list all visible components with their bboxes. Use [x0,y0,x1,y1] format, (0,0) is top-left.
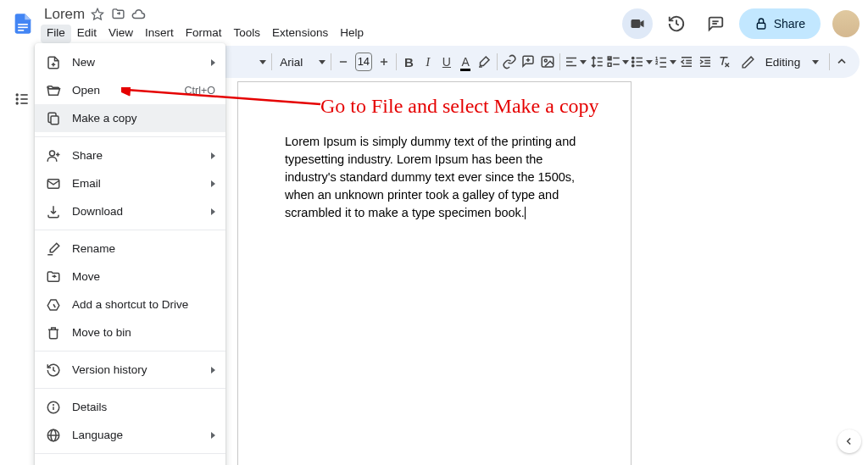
menu-item-label: Email [72,177,201,190]
image-button[interactable] [538,50,556,74]
document-body[interactable]: Lorem Ipsum is simply dummy text of the … [285,133,584,222]
menu-edit[interactable]: Edit [71,25,103,43]
menu-item-label: Make a copy [72,112,215,125]
file-menu-page-setup[interactable]: Page setup [35,458,225,465]
copy-icon [45,110,62,127]
menu-view[interactable]: View [103,25,139,43]
file-menu-make-a-copy[interactable]: Make a copy [35,104,225,132]
move-folder-icon [45,268,62,285]
checklist-button[interactable] [606,50,629,74]
menu-extensions[interactable]: Extensions [266,25,334,43]
align-button[interactable] [564,50,587,74]
file-menu-email[interactable]: Email [35,169,225,197]
menu-file[interactable]: File [41,25,71,43]
submenu-arrow-icon [211,367,215,374]
svg-point-65 [53,404,54,405]
comment-button[interactable] [520,50,537,74]
svg-rect-2 [18,30,24,31]
menu-item-label: Open [72,84,175,97]
bulleted-list-button[interactable] [630,50,653,74]
font-size-increase[interactable] [375,50,392,74]
file-menu-language[interactable]: Language [35,421,225,449]
clear-formatting-button[interactable] [715,50,733,74]
svg-point-18 [544,59,547,62]
person-plus-icon [45,147,62,164]
drive-shortcut-icon [45,296,62,313]
svg-text:2: 2 [656,60,659,65]
document-title[interactable]: Lorem [41,6,85,23]
file-menu-open[interactable]: OpenCtrl+O [35,76,225,104]
text-color-button[interactable]: A [457,50,475,74]
file-menu-share[interactable]: Share [35,141,225,169]
svg-rect-4 [631,19,640,28]
comments-button[interactable] [700,8,731,39]
submenu-arrow-icon [211,432,215,439]
menu-item-label: Download [72,205,201,218]
line-spacing-button[interactable] [587,50,605,74]
pencil-icon [741,55,755,69]
font-size-input[interactable]: 14 [355,53,372,71]
file-menu-download[interactable]: Download [35,197,225,225]
star-icon[interactable] [90,7,105,22]
history-icon [45,362,62,379]
annotation-text: Go to File and select Make a copy [320,95,744,118]
cloud-status-icon[interactable] [131,7,146,22]
mode-select[interactable]: Editing [734,50,826,74]
info-icon [45,399,62,416]
file-menu-new[interactable]: New [35,48,225,76]
svg-point-31 [632,64,634,66]
document-page[interactable]: Lorem Ipsum is simply dummy text of the … [237,81,632,465]
svg-point-52 [16,102,18,104]
menu-help[interactable]: Help [334,25,370,43]
menu-item-label: Add a shortcut to Drive [72,298,215,311]
menu-format[interactable]: Format [180,25,228,43]
mail-icon [45,175,62,192]
svg-rect-58 [51,116,58,125]
history-button[interactable] [661,8,692,39]
menu-item-label: Move to bin [72,326,215,339]
app-header: Lorem File Edit View Insert Format Tools… [0,0,868,42]
expand-button[interactable] [833,50,851,74]
italic-button[interactable]: I [419,50,437,74]
move-to-folder-icon[interactable] [110,7,125,22]
font-size-decrease[interactable] [335,50,353,74]
submenu-arrow-icon [211,180,215,187]
title-area: Lorem File Edit View Insert Format Tools… [41,5,622,43]
menu-item-label: Move [72,270,215,283]
bold-button[interactable]: B [400,50,418,74]
file-menu-move-to-bin[interactable]: Move to bin [35,318,225,346]
indent-decrease-button[interactable] [677,50,695,74]
rename-icon [45,241,62,257]
file-menu-dropdown: NewOpenCtrl+OMake a copyShareEmailDownlo… [35,43,225,465]
numbered-list-button[interactable]: 12 [654,50,676,74]
menu-item-label: Rename [72,242,215,255]
side-panel-toggle[interactable] [837,429,861,453]
file-plus-icon [45,54,62,71]
file-menu-rename[interactable]: Rename [35,235,225,263]
meet-button[interactable] [622,8,653,39]
menubar: File Edit View Insert Format Tools Exten… [41,25,622,43]
submenu-arrow-icon [211,208,215,215]
file-menu-details[interactable]: Details [35,393,225,421]
svg-rect-0 [18,24,28,25]
menu-tools[interactable]: Tools [228,25,267,43]
font-select[interactable]: Arial [275,51,327,73]
svg-point-59 [50,151,55,156]
link-button[interactable] [501,50,519,74]
download-icon [45,203,62,220]
indent-increase-button[interactable] [696,50,714,74]
highlight-button[interactable] [476,50,493,74]
menu-item-label: Language [72,429,201,441]
submenu-arrow-icon [211,152,215,159]
svg-rect-1 [18,27,28,29]
account-avatar[interactable] [832,10,860,37]
file-menu-move[interactable]: Move [35,263,225,291]
file-menu-version-history[interactable]: Version history [35,356,225,384]
share-button[interactable]: Share [739,8,821,39]
underline-button[interactable]: U [437,50,455,74]
file-menu-add-a-shortcut-to-drive[interactable]: Add a shortcut to Drive [35,291,225,318]
docs-logo[interactable] [8,9,37,38]
menu-insert[interactable]: Insert [139,25,180,43]
document-outline-button[interactable] [10,87,34,111]
share-label: Share [774,17,805,30]
